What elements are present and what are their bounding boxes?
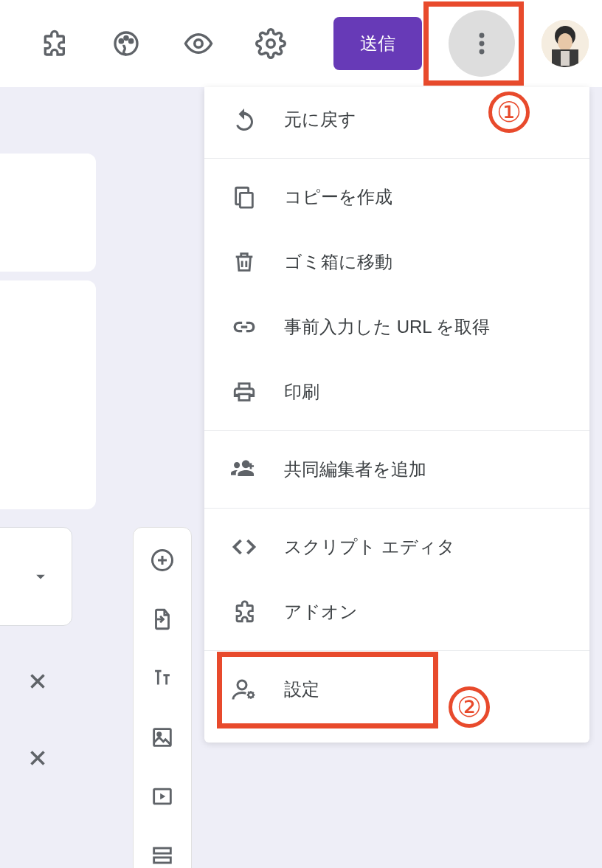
menu-label: アドオン <box>284 600 358 624</box>
menu-item-script-editor[interactable]: スクリプト エディタ <box>204 514 589 579</box>
close-icon[interactable] <box>25 745 50 777</box>
menu-item-add-collaborators[interactable]: 共同編集者を追加 <box>204 437 589 502</box>
close-icon[interactable] <box>25 669 50 700</box>
code-icon <box>229 532 259 562</box>
add-collaborator-icon <box>229 455 259 484</box>
add-section-icon[interactable] <box>148 841 177 868</box>
annotation-badge-2: ② <box>449 686 490 728</box>
dropdown-card[interactable] <box>0 527 72 626</box>
menu-item-undo[interactable]: 元に戻す <box>204 87 589 152</box>
trash-icon <box>229 247 259 277</box>
profile-avatar[interactable] <box>542 20 589 67</box>
print-icon <box>229 377 259 407</box>
svg-point-5 <box>267 40 275 48</box>
menu-item-print[interactable]: 印刷 <box>204 359 589 424</box>
link-icon <box>229 312 259 342</box>
copy-icon <box>229 182 259 212</box>
add-image-icon[interactable] <box>148 723 177 752</box>
toolbar-icons-group <box>13 27 288 61</box>
addon-puzzle-icon <box>229 597 259 627</box>
svg-rect-19 <box>154 858 171 863</box>
menu-label: コピーを作成 <box>284 185 392 209</box>
import-questions-icon[interactable] <box>148 604 177 634</box>
menu-item-make-copy[interactable]: コピーを作成 <box>204 165 589 230</box>
background-card <box>0 154 96 272</box>
svg-rect-13 <box>561 51 570 66</box>
undo-icon <box>229 105 259 134</box>
add-title-icon[interactable] <box>148 664 177 693</box>
menu-label: 共同編集者を追加 <box>284 458 426 481</box>
preview-icon[interactable] <box>181 27 215 61</box>
floating-toolbar <box>133 527 192 868</box>
add-question-icon[interactable] <box>148 545 177 575</box>
svg-rect-18 <box>154 848 171 853</box>
menu-label: 元に戻す <box>284 108 356 131</box>
menu-label: 事前入力した URL を取得 <box>284 315 490 339</box>
svg-point-11 <box>558 33 572 51</box>
svg-point-3 <box>130 40 133 43</box>
more-menu-dropdown: 元に戻す コピーを作成 ゴミ箱に移動 事前入力した URL を取得 印刷 共同編… <box>204 87 589 743</box>
svg-point-16 <box>158 733 161 736</box>
background-card <box>0 280 96 509</box>
menu-item-move-to-trash[interactable]: ゴミ箱に移動 <box>204 230 589 294</box>
settings-gear-icon[interactable] <box>254 27 288 61</box>
menu-label: ゴミ箱に移動 <box>284 250 392 274</box>
menu-item-get-prefilled-url[interactable]: 事前入力した URL を取得 <box>204 294 589 359</box>
svg-rect-20 <box>240 193 252 207</box>
menu-label: 印刷 <box>284 380 319 404</box>
menu-label: スクリプト エディタ <box>284 535 455 559</box>
svg-point-1 <box>120 40 122 43</box>
annotation-badge-1: ① <box>488 92 530 133</box>
add-video-icon[interactable] <box>148 782 177 811</box>
send-button[interactable]: 送信 <box>333 17 422 70</box>
annotation-highlight-1 <box>423 1 524 86</box>
svg-point-4 <box>195 40 203 48</box>
addons-icon[interactable] <box>37 27 71 61</box>
svg-point-2 <box>125 36 128 39</box>
annotation-highlight-2 <box>217 652 438 728</box>
menu-item-addons[interactable]: アドオン <box>204 579 589 644</box>
theme-icon[interactable] <box>109 27 143 61</box>
